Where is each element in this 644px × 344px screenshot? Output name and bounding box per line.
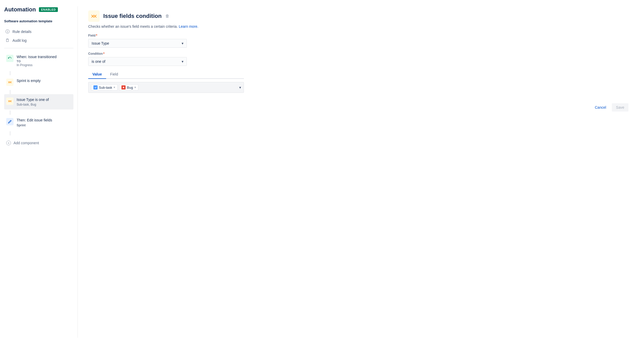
condition-icon-box [88, 10, 100, 22]
add-component-icon: + [6, 141, 11, 145]
connector-2 [10, 90, 10, 94]
field-label: Field* [88, 34, 187, 37]
tag-bug-remove[interactable]: × [134, 86, 136, 89]
template-label: Software automation template [4, 19, 73, 23]
issuetype-condition-sublabel: Sub-task, Bug [17, 103, 71, 106]
workflow-action-edit[interactable]: Then: Edit issue fields Sprint [4, 115, 73, 130]
sidebar-item-rule-details[interactable]: ⓘ Rule details [4, 27, 73, 36]
sidebar-item-audit-log[interactable]: 🗒 Audit log [4, 36, 73, 45]
svg-point-2 [123, 87, 124, 88]
action-edit-sublabel: Sprint [17, 123, 71, 127]
value-field-tabs: Value Field [88, 70, 244, 79]
field-form-group: Field* Issue Type ▾ [88, 34, 187, 48]
condition-label: Condition* [88, 52, 187, 56]
tag-bug-label: Bug [127, 86, 133, 90]
condition-select[interactable]: is one of ▾ [88, 57, 187, 66]
connector-3 [10, 111, 10, 115]
condition-form-group: Condition* is one of ▾ [88, 52, 187, 66]
audit-icon: 🗒 [5, 38, 10, 43]
add-component-label: Add component [13, 141, 39, 145]
tag-subtask-remove[interactable]: × [113, 86, 115, 89]
nav-divider [4, 48, 73, 48]
trigger-icon [6, 55, 13, 62]
sprint-condition-label: Sprint is empty [17, 78, 71, 84]
tag-subtask-label: Sub-task [99, 86, 112, 90]
workflow-trigger[interactable]: When: Issue transitioned TO In Progress [4, 51, 73, 70]
condition-select-value: is one of [92, 59, 105, 64]
trigger-text: When: Issue transitioned TO In Progress [17, 54, 71, 67]
tag-bug: Bug × [119, 84, 138, 91]
field-select-value: Issue Type [92, 41, 109, 45]
sprint-condition-text: Sprint is empty [17, 78, 71, 84]
delete-icon[interactable]: 🗑 [165, 14, 169, 18]
app-title: Automation [4, 6, 36, 13]
condition-header: Issue fields condition 🗑 [88, 10, 634, 22]
tab-field[interactable]: Field [106, 70, 122, 79]
connector-1 [10, 71, 10, 75]
audit-log-label: Audit log [12, 38, 26, 43]
issuetype-condition-label: Issue Type is one of [17, 97, 71, 102]
sprint-condition-icon [6, 79, 13, 86]
subtask-icon [93, 85, 98, 90]
sidebar-header: Automation ENABLED [4, 6, 73, 13]
info-icon: ⓘ [5, 29, 10, 34]
learn-more-link[interactable]: Learn more. [179, 24, 198, 29]
multi-select-chevron: ▾ [239, 85, 241, 90]
bug-icon [121, 85, 126, 90]
workflow-issuetype-condition[interactable]: Issue Type is one of Sub-task, Bug [4, 94, 73, 110]
connector-4 [10, 131, 10, 135]
cancel-button[interactable]: Cancel [592, 103, 609, 112]
condition-title: Issue fields condition [103, 13, 162, 19]
trigger-main-label: When: Issue transitioned [17, 54, 71, 60]
workflow-sprint-condition[interactable]: Sprint is empty [4, 75, 73, 89]
rule-details-label: Rule details [12, 30, 31, 34]
save-button[interactable]: Save [612, 103, 628, 112]
add-component-button[interactable]: + Add component [4, 137, 73, 148]
action-edit-text: Then: Edit issue fields Sprint [17, 118, 71, 127]
trigger-to-label: TO [17, 60, 71, 63]
action-edit-label: Then: Edit issue fields [17, 118, 71, 123]
issuetype-condition-icon [6, 98, 13, 105]
action-edit-icon [6, 118, 13, 125]
footer-actions: Cancel Save [88, 103, 634, 112]
field-select-chevron: ▾ [182, 41, 183, 45]
issuetype-condition-text: Issue Type is one of Sub-task, Bug [17, 97, 71, 107]
trigger-sub-label: In Progress [17, 63, 71, 67]
field-select[interactable]: Issue Type ▾ [88, 39, 187, 48]
tag-subtask: Sub-task × [91, 84, 118, 91]
tab-value[interactable]: Value [88, 70, 106, 79]
condition-required-star: * [103, 52, 105, 56]
main-content: Issue fields condition 🗑 Checks whether … [78, 6, 644, 338]
enabled-badge: ENABLED [39, 7, 58, 12]
sidebar: Automation ENABLED Software automation t… [0, 6, 78, 338]
field-required-star: * [96, 34, 97, 37]
condition-description: Checks whether an issue's field meets a … [88, 24, 634, 29]
value-multi-select[interactable]: Sub-task × Bug × ▾ [88, 82, 244, 93]
condition-select-chevron: ▾ [182, 59, 183, 64]
